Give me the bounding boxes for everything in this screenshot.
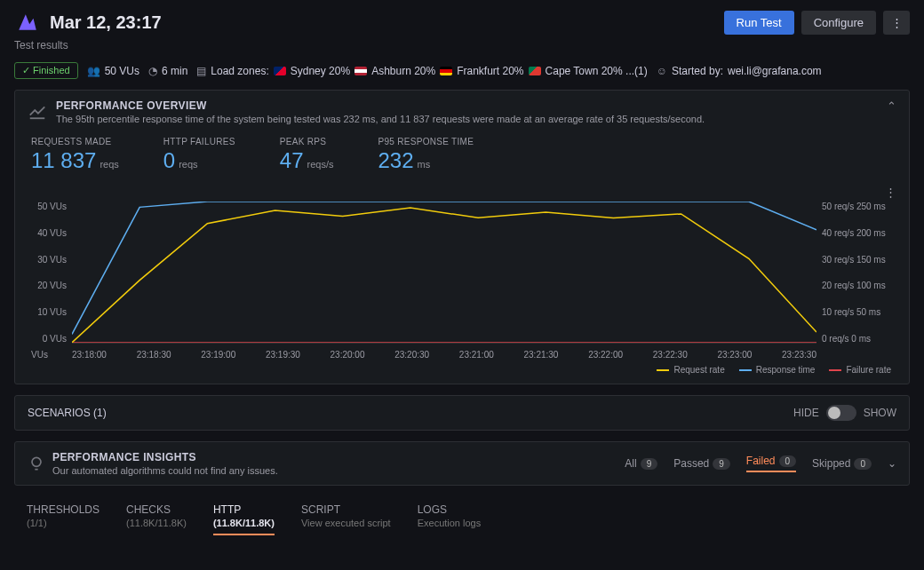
bulb-icon (28, 455, 45, 475)
svg-point-0 (32, 457, 41, 466)
tab-script[interactable]: SCRIPTView executed script (301, 503, 391, 535)
flag-us-icon (354, 67, 367, 75)
insights-title: PERFORMANCE INSIGHTS (52, 451, 278, 463)
kpi-http-failures: HTTP FAILURES 0reqs (163, 137, 235, 173)
scenarios-row: SCENARIOS (1) HIDE SHOW (14, 395, 910, 431)
kpi-p95: P95 RESPONSE TIME 232ms (378, 137, 474, 173)
performance-overview-panel: PERFORMANCE OVERVIEW The 95th percentile… (14, 90, 910, 384)
left-axis-title: VUs (31, 350, 48, 360)
zones-icon: ▤ (196, 65, 206, 77)
legend-response-time: Response time (739, 365, 816, 375)
flag-au-icon (274, 67, 286, 75)
performance-chart: ⋮ 50 VUs 40 VUs 30 VUs 20 VUs 10 VUs 0 V… (28, 186, 896, 363)
insights-sub: Our automated algorithms could not find … (52, 465, 278, 476)
tab-logs[interactable]: LOGSExecution logs (418, 503, 482, 535)
insights-expand-icon[interactable]: ⌄ (888, 457, 896, 470)
scenarios-toggle[interactable] (826, 405, 856, 421)
page-title: Mar 12, 23:17 (50, 12, 162, 33)
legend-request-rate: Request rate (657, 365, 724, 375)
users-icon: 👥 (87, 65, 100, 77)
filter-failed[interactable]: Failed0 (746, 455, 796, 472)
scenarios-title: SCENARIOS (1) (28, 407, 107, 419)
clock-icon: ◔ (148, 65, 157, 77)
y-axis-left: 50 VUs 40 VUs 30 VUs 20 VUs 10 VUs 0 VUs (31, 202, 67, 344)
chart-icon (28, 101, 47, 123)
overview-sub: The 95th percentile response time of the… (56, 114, 705, 124)
y-axis-right: 50 req/s 250 ms 40 req/s 200 ms 30 req/s… (822, 202, 893, 344)
filter-all[interactable]: All9 (625, 457, 657, 470)
more-menu-button[interactable]: ⋮ (883, 11, 910, 35)
tab-thresholds[interactable]: THRESHOLDS(1/1) (27, 503, 100, 535)
tab-checks[interactable]: CHECKS(11.8K/11.8K) (126, 503, 187, 535)
plot-area (72, 202, 816, 344)
started-by: ☺Started by: wei.li@grafana.com (657, 65, 822, 77)
hide-label: HIDE (793, 407, 819, 419)
breadcrumb: Test results (0, 39, 924, 62)
overview-title: PERFORMANCE OVERVIEW (56, 99, 705, 112)
tab-http[interactable]: HTTP(11.8K/11.8K) (213, 503, 275, 535)
legend-failure-rate: Failure rate (829, 365, 891, 375)
filter-passed[interactable]: Passed9 (673, 457, 730, 470)
run-test-button[interactable]: Run Test (724, 11, 794, 35)
status-bar: ✓ Finished 👥50 VUs ◔6 min ▤ Load zones: … (0, 62, 924, 90)
chart-legend: Request rate Response time Failure rate (28, 363, 896, 375)
user-icon: ☺ (657, 65, 667, 77)
kpi-peak-rps: PEAK RPS 47reqs/s (280, 137, 334, 173)
status-text: Finished (33, 65, 70, 75)
result-tabs: THRESHOLDS(1/1) CHECKS(11.8K/11.8K) HTTP… (0, 496, 924, 535)
insights-panel: PERFORMANCE INSIGHTS Our automated algor… (14, 441, 910, 486)
duration-stat: ◔6 min (148, 65, 187, 77)
collapse-icon[interactable]: ⌃ (887, 99, 896, 113)
kpi-requests-made: REQUESTS MADE 11 837reqs (31, 137, 119, 173)
configure-button[interactable]: Configure (801, 11, 876, 35)
flag-de-icon (440, 67, 452, 75)
filter-skipped[interactable]: Skipped0 (812, 457, 872, 470)
flag-za-icon (529, 67, 541, 75)
x-axis: 23:18:00 23:18:30 23:19:00 23:19:30 23:2… (72, 350, 816, 360)
k6-logo (14, 9, 41, 36)
load-zones: ▤ Load zones: Sydney 20% Ashburn 20% Fra… (196, 65, 647, 77)
vus-stat: 👥50 VUs (87, 65, 139, 77)
show-label: SHOW (864, 407, 896, 419)
status-badge: ✓ Finished (14, 62, 78, 79)
chart-menu-button[interactable]: ⋮ (885, 186, 896, 199)
